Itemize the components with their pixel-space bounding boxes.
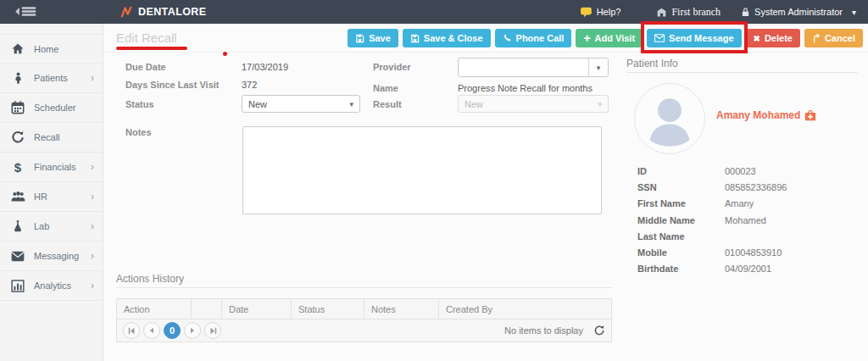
status-dropdown[interactable]: New: [242, 95, 360, 113]
cancel-button[interactable]: Cancel: [804, 29, 863, 47]
pager-next-button[interactable]: [184, 322, 201, 339]
sidebar-item-label: Analytics: [34, 280, 71, 291]
sidebar-item-label: Home: [34, 44, 58, 54]
send-message-label: Send Message: [669, 33, 733, 43]
sidebar-item-scheduler[interactable]: Scheduler: [0, 93, 103, 123]
patient-field-row: SSN 085852336896: [637, 179, 849, 195]
sidebar-item-lab[interactable]: Lab: [0, 212, 103, 242]
save-label: Save: [369, 33, 391, 43]
sidebar-item-recall[interactable]: Recall: [0, 123, 103, 153]
patient-field-row: Last Name: [637, 228, 849, 244]
provider-label: Provider: [373, 62, 411, 72]
help-label: Help?: [597, 7, 621, 17]
column-header-status: Status: [292, 299, 364, 319]
help-menu[interactable]: Help?: [581, 7, 621, 18]
send-message-button[interactable]: Send Message: [647, 29, 741, 47]
days-since-last-visit-value: 372: [242, 80, 257, 90]
sidebar-item-label: Recall: [34, 132, 60, 142]
save-and-close-label: Save & Close: [424, 33, 483, 43]
phone-call-button[interactable]: Phone Call: [495, 29, 572, 47]
add-visit-button[interactable]: Add Visit: [576, 29, 643, 47]
pager-refresh-icon[interactable]: [593, 325, 605, 336]
notes-label: Notes: [125, 127, 152, 137]
days-since-last-visit-label: Days Since Last Visit: [125, 80, 219, 90]
user-menu[interactable]: System Administrator: [741, 7, 856, 18]
patient-field-value: 01004853910: [725, 247, 782, 258]
branch-icon: [656, 7, 667, 17]
cancel-label: Cancel: [825, 33, 855, 43]
envelope-icon: [654, 34, 665, 42]
patient-name: Amany Mohamed: [716, 109, 800, 121]
sidebar-item-label: Lab: [34, 221, 49, 231]
calendar-icon: [10, 101, 25, 114]
sidebar-item-label: Financials: [34, 162, 76, 172]
save-button[interactable]: Save: [348, 29, 398, 47]
notes-textarea[interactable]: [242, 126, 602, 214]
sidebar-item-home[interactable]: Home: [0, 34, 103, 64]
people-icon: [10, 191, 25, 203]
brand: DENTALORE: [120, 0, 206, 24]
recall-name-value: Progress Note Recall for months: [458, 83, 593, 93]
patient-field-label: Last Name: [637, 231, 725, 242]
branch-label: First branch: [671, 6, 721, 19]
cancel-arrow-icon: [812, 34, 821, 43]
help-icon: [581, 7, 593, 18]
chevron-right-icon: [91, 221, 94, 231]
actions-history-title: Actions History: [116, 273, 184, 285]
result-label: Result: [373, 99, 402, 109]
branch-selector[interactable]: First branch: [656, 6, 721, 19]
column-header-date: Date: [222, 299, 292, 319]
patient-field-row: Mobile 01004853910: [637, 244, 849, 260]
patient-info-title: Patient Info: [626, 58, 678, 69]
chevron-right-icon: [91, 73, 94, 83]
patient-field-value: Amany: [725, 198, 754, 208]
home-icon: [10, 42, 25, 55]
sidebar-item-analytics[interactable]: Analytics: [0, 271, 103, 301]
pager-prev-button[interactable]: [143, 322, 160, 339]
save-icon: [355, 34, 364, 43]
header-divider: [103, 52, 868, 53]
patient-field-value: Mohamed: [725, 215, 766, 225]
status-dropdown-value: New: [248, 99, 267, 109]
pager-page-0-button[interactable]: 0: [164, 322, 181, 339]
sidebar-toggle-icon[interactable]: [15, 5, 37, 18]
toolbar: Save Save & Close Phone Call Add Visit: [348, 29, 863, 47]
patient-field-row: ID 000023: [637, 163, 849, 179]
save-and-close-button[interactable]: Save & Close: [403, 29, 491, 47]
bar-chart-icon: [10, 280, 25, 292]
column-header-notes: Notes: [364, 299, 439, 319]
recall-name-label: Name: [373, 83, 398, 93]
delete-button[interactable]: Delete: [746, 29, 800, 47]
sidebar-item-hr[interactable]: HR: [0, 182, 103, 212]
result-dropdown: New: [458, 95, 609, 113]
actions-history-table: Action Date Status Notes Created By 0 No…: [116, 298, 612, 342]
add-visit-label: Add Visit: [595, 33, 635, 43]
status-label: Status: [125, 99, 154, 109]
patient-field-row: First Name Amany: [637, 196, 849, 212]
delete-label: Delete: [765, 33, 793, 43]
chevron-down-icon: [598, 100, 602, 108]
patient-field-label: Mobile: [637, 247, 725, 258]
brand-name: DENTALORE: [138, 6, 206, 18]
pager-last-button[interactable]: [204, 322, 221, 339]
patient-field-row: Middle Name Mohamed: [637, 212, 849, 228]
pager-first-button[interactable]: [123, 322, 140, 339]
sidebar-item-label: Scheduler: [34, 103, 76, 113]
table-pager: 0 No items to display: [117, 319, 611, 342]
dollar-icon: [10, 160, 25, 175]
provider-dropdown[interactable]: [458, 58, 609, 77]
sidebar-item-messaging[interactable]: Messaging: [0, 242, 103, 271]
sidebar-item-patients[interactable]: Patients: [0, 64, 103, 93]
sidebar: Home Patients Scheduler Recall: [0, 24, 103, 361]
user-label: System Administrator: [754, 7, 843, 17]
chevron-down-icon: [588, 58, 608, 76]
sidebar-item-financials[interactable]: Financials: [0, 153, 103, 182]
patient-field-label: First Name: [637, 198, 725, 208]
topbar: DENTALORE Help? First branch System Admi…: [0, 0, 868, 24]
medical-kit-icon[interactable]: [804, 110, 816, 121]
chevron-right-icon: [91, 192, 94, 202]
due-date-value: 17/03/2019: [242, 62, 288, 72]
flask-icon: [10, 219, 25, 233]
pager-empty-message: No items to display: [504, 325, 583, 336]
patient-field-label: SSN: [637, 182, 725, 192]
